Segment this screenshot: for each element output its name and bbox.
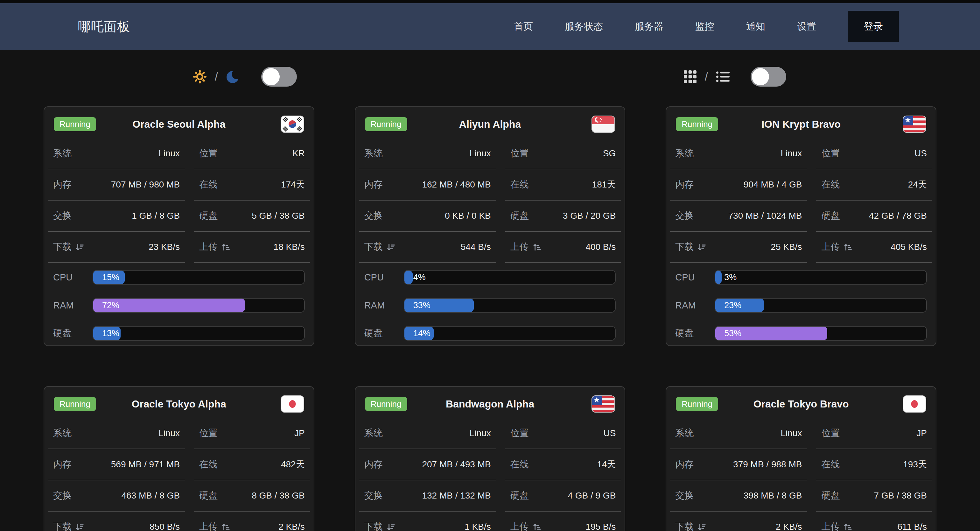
disk-value: 42 GB / 78 GB: [869, 211, 927, 221]
card-header: Running Aliyun Alpha: [365, 115, 616, 133]
memory-label: 内存: [675, 458, 694, 471]
location-value: US: [915, 148, 927, 158]
disk-value: 7 GB / 38 GB: [874, 491, 927, 501]
list-view-icon: [716, 71, 730, 83]
top-strip: [0, 0, 980, 3]
stat-row: 交换132 MB / 132 MB 硬盘4 GB / 9 GB: [359, 480, 621, 512]
stat-row: 内存379 MB / 988 MB 在线193天: [670, 449, 932, 480]
download-sort-icon: [697, 523, 706, 531]
stat-row: 下载23 KB/s 上传18 KB/s: [48, 232, 310, 263]
system-value: Linux: [781, 428, 802, 439]
theme-toggle-switch[interactable]: [261, 67, 297, 86]
cpu-progress-track: 15%: [92, 270, 305, 285]
swap-value: 132 MB / 132 MB: [422, 491, 491, 501]
disk-progress-track: 14%: [404, 326, 616, 341]
disk-progress-track: 13%: [92, 326, 305, 341]
nav-item-home[interactable]: 首页: [514, 20, 533, 33]
download-label: 下载: [364, 241, 395, 254]
stat-row: 交换0 KB / 0 KB 硬盘3 GB / 20 GB: [359, 201, 621, 232]
server-card: Running Oracle Seoul Alpha 系统Linux 位置KR …: [44, 106, 314, 346]
memory-value: 569 MB / 971 MB: [111, 459, 180, 470]
ram-label: RAM: [675, 300, 714, 311]
flag-kr-icon: [281, 116, 304, 133]
flag-us-icon: [903, 116, 926, 133]
ram-progress-track: 72%: [92, 298, 305, 313]
uptime-label: 在线: [511, 458, 529, 471]
stat-row: 系统Linux 位置JP: [670, 418, 932, 449]
card-header: Running Oracle Tokyo Bravo: [676, 395, 926, 413]
disk-value: 3 GB / 20 GB: [563, 211, 616, 221]
location-value: JP: [294, 428, 305, 439]
nav-item-settings[interactable]: 设置: [797, 20, 816, 33]
toggle-knob: [752, 68, 769, 85]
system-label: 系统: [364, 427, 383, 440]
brand[interactable]: 哪吒面板: [78, 18, 130, 35]
upload-value: 405 KB/s: [891, 242, 927, 252]
download-text: 下载: [364, 520, 383, 531]
stat-row: 系统Linux 位置JP: [48, 418, 310, 449]
swap-value: 463 MB / 8 GB: [121, 491, 180, 501]
server-card: Running Oracle Tokyo Bravo 系统Linux 位置JP …: [666, 386, 936, 531]
nav-menu: 首页 服务状态 服务器 监控 通知 设置 登录: [514, 11, 899, 42]
nav-item-monitoring[interactable]: 监控: [695, 20, 714, 33]
disk-percent-label: 13%: [102, 328, 119, 338]
nav-item-service-status[interactable]: 服务状态: [565, 20, 603, 33]
toggle-knob: [262, 68, 280, 85]
upload-sort-icon: [843, 243, 852, 252]
flag-jp-icon: [903, 395, 926, 413]
uptime-value: 193天: [903, 458, 927, 470]
nav-item-notifications[interactable]: 通知: [746, 20, 765, 33]
upload-text: 上传: [199, 520, 218, 531]
cpu-label: CPU: [53, 272, 92, 283]
cpu-progress-track: 3%: [714, 270, 927, 285]
stat-row: 系统Linux 位置KR: [48, 138, 310, 169]
login-button[interactable]: 登录: [848, 11, 899, 42]
location-value: JP: [916, 428, 927, 439]
swap-value: 398 MB / 8 GB: [744, 491, 802, 501]
status-badge: Running: [54, 397, 96, 411]
download-label: 下载: [364, 520, 395, 531]
disk-usage-label: 硬盘: [364, 327, 404, 340]
memory-label: 内存: [675, 178, 694, 191]
card-header: Running ION Krypt Bravo: [676, 115, 926, 133]
download-sort-icon: [75, 243, 84, 252]
upload-value: 400 B/s: [585, 242, 616, 252]
server-card: Running Aliyun Alpha 系统Linux 位置SG 内存162 …: [355, 106, 625, 346]
download-value: 850 B/s: [150, 522, 180, 531]
server-name: Oracle Seoul Alpha: [132, 118, 225, 130]
card-header: Running Oracle Seoul Alpha: [54, 115, 304, 133]
flag-us-icon: [592, 395, 615, 413]
download-text: 下载: [364, 241, 383, 254]
view-toggle-switch[interactable]: [751, 67, 786, 86]
server-grid: Running Oracle Seoul Alpha 系统Linux 位置KR …: [44, 106, 936, 531]
upload-sort-icon: [221, 523, 230, 531]
upload-text: 上传: [511, 520, 529, 531]
location-label: 位置: [821, 147, 840, 160]
stat-row: 内存904 MB / 4 GB 在线24天: [670, 169, 932, 201]
memory-label: 内存: [364, 178, 383, 191]
moon-icon: [226, 70, 240, 84]
swap-value: 1 GB / 8 GB: [132, 211, 180, 221]
cpu-label: CPU: [364, 272, 404, 283]
stat-row: 下载2 KB/s 上传611 B/s: [670, 512, 932, 531]
upload-sort-icon: [533, 523, 541, 531]
download-text: 下载: [53, 241, 72, 254]
disk-value: 8 GB / 38 GB: [252, 491, 305, 501]
download-label: 下载: [675, 241, 706, 254]
swap-label: 交换: [53, 489, 72, 502]
uptime-label: 在线: [821, 178, 840, 191]
location-label: 位置: [199, 147, 218, 160]
location-value: KR: [293, 148, 305, 158]
location-label: 位置: [199, 427, 218, 440]
memory-value: 162 MB / 480 MB: [422, 180, 491, 190]
usage-bars: CPU 15% RAM 72% 硬盘 13%: [48, 263, 310, 341]
location-label: 位置: [821, 427, 840, 440]
cpu-progress-track: 4%: [404, 270, 616, 285]
usage-bars: CPU 4% RAM 33% 硬盘 14%: [359, 263, 621, 341]
upload-label: 上传: [821, 520, 852, 531]
nav-item-servers[interactable]: 服务器: [635, 20, 663, 33]
system-value: Linux: [159, 428, 180, 439]
uptime-value: 24天: [908, 179, 927, 191]
uptime-value: 174天: [281, 179, 305, 191]
server-name: Oracle Tokyo Alpha: [132, 398, 226, 410]
